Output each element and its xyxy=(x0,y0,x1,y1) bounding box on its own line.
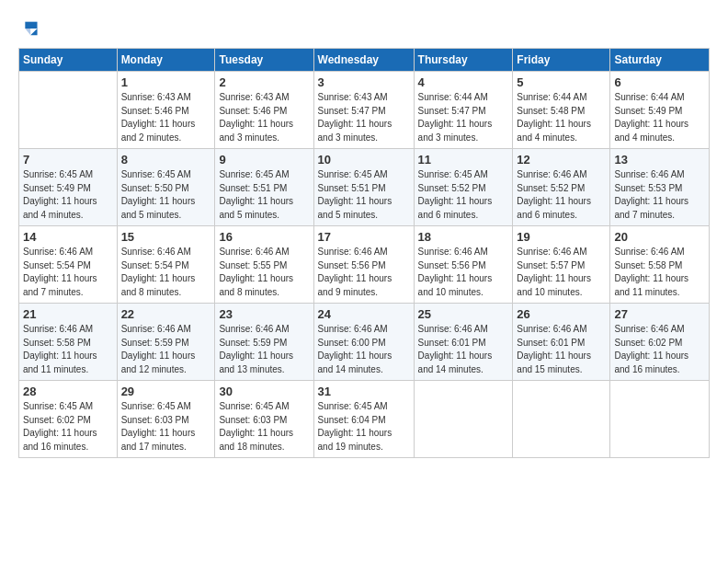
day-info: Sunrise: 6:45 AMSunset: 6:03 PMDaylight:… xyxy=(121,400,211,454)
calendar-cell: 23Sunrise: 6:46 AMSunset: 5:59 PMDayligh… xyxy=(215,304,313,381)
calendar-cell: 27Sunrise: 6:46 AMSunset: 6:02 PMDayligh… xyxy=(610,304,710,381)
day-number: 27 xyxy=(614,307,705,321)
day-number: 5 xyxy=(517,75,606,89)
calendar-cell: 20Sunrise: 6:46 AMSunset: 5:58 PMDayligh… xyxy=(610,226,710,304)
calendar-cell: 5Sunrise: 6:44 AMSunset: 5:48 PMDaylight… xyxy=(513,72,610,149)
weekday-header-row: SundayMondayTuesdayWednesdayThursdayFrid… xyxy=(19,49,710,72)
week-row-1: 1Sunrise: 6:43 AMSunset: 5:46 PMDaylight… xyxy=(19,72,710,149)
day-number: 6 xyxy=(614,75,705,89)
logo xyxy=(18,18,40,39)
weekday-header-saturday: Saturday xyxy=(610,49,710,72)
day-number: 12 xyxy=(517,153,606,167)
day-info: Sunrise: 6:43 AMSunset: 5:46 PMDaylight:… xyxy=(219,91,309,144)
day-number: 2 xyxy=(219,75,309,89)
day-number: 26 xyxy=(517,307,606,321)
day-info: Sunrise: 6:46 AMSunset: 6:01 PMDaylight:… xyxy=(418,323,509,376)
week-row-3: 14Sunrise: 6:46 AMSunset: 5:54 PMDayligh… xyxy=(19,226,710,304)
day-info: Sunrise: 6:43 AMSunset: 5:46 PMDaylight:… xyxy=(121,91,211,144)
day-number: 18 xyxy=(418,230,509,244)
week-row-5: 28Sunrise: 6:45 AMSunset: 6:02 PMDayligh… xyxy=(19,381,710,458)
calendar-cell: 24Sunrise: 6:46 AMSunset: 6:00 PMDayligh… xyxy=(313,304,414,381)
calendar-cell: 28Sunrise: 6:45 AMSunset: 6:02 PMDayligh… xyxy=(19,381,118,458)
day-number: 20 xyxy=(614,230,705,244)
calendar-cell xyxy=(414,381,513,458)
day-number: 8 xyxy=(121,153,211,167)
day-info: Sunrise: 6:45 AMSunset: 5:51 PMDaylight:… xyxy=(219,168,309,222)
calendar-cell: 14Sunrise: 6:46 AMSunset: 5:54 PMDayligh… xyxy=(19,226,118,304)
day-number: 23 xyxy=(219,307,309,321)
day-number: 13 xyxy=(614,153,705,167)
day-info: Sunrise: 6:44 AMSunset: 5:48 PMDaylight:… xyxy=(517,91,606,144)
day-info: Sunrise: 6:46 AMSunset: 5:58 PMDaylight:… xyxy=(23,323,113,376)
calendar-cell: 10Sunrise: 6:45 AMSunset: 5:51 PMDayligh… xyxy=(313,149,414,226)
day-number: 15 xyxy=(121,230,211,244)
day-number: 24 xyxy=(318,307,410,321)
day-number: 28 xyxy=(23,385,113,398)
day-info: Sunrise: 6:45 AMSunset: 6:04 PMDaylight:… xyxy=(318,400,410,454)
header xyxy=(18,18,710,39)
calendar-cell: 25Sunrise: 6:46 AMSunset: 6:01 PMDayligh… xyxy=(414,304,513,381)
day-info: Sunrise: 6:45 AMSunset: 5:49 PMDaylight:… xyxy=(23,168,113,222)
calendar-cell: 8Sunrise: 6:45 AMSunset: 5:50 PMDaylight… xyxy=(117,149,215,226)
day-number: 16 xyxy=(219,230,309,244)
calendar-cell: 19Sunrise: 6:46 AMSunset: 5:57 PMDayligh… xyxy=(513,226,610,304)
logo-icon xyxy=(18,18,39,39)
week-row-4: 21Sunrise: 6:46 AMSunset: 5:58 PMDayligh… xyxy=(19,304,710,381)
calendar-cell: 16Sunrise: 6:46 AMSunset: 5:55 PMDayligh… xyxy=(215,226,313,304)
svg-marker-0 xyxy=(25,22,37,29)
weekday-header-sunday: Sunday xyxy=(19,49,118,72)
day-number: 30 xyxy=(219,385,309,398)
day-info: Sunrise: 6:45 AMSunset: 5:50 PMDaylight:… xyxy=(121,168,211,222)
day-number: 7 xyxy=(23,153,113,167)
svg-marker-1 xyxy=(30,29,37,35)
weekday-header-monday: Monday xyxy=(117,49,215,72)
calendar-cell: 30Sunrise: 6:45 AMSunset: 6:03 PMDayligh… xyxy=(215,381,313,458)
calendar-cell: 18Sunrise: 6:46 AMSunset: 5:56 PMDayligh… xyxy=(414,226,513,304)
calendar-cell: 21Sunrise: 6:46 AMSunset: 5:58 PMDayligh… xyxy=(19,304,118,381)
calendar-cell: 13Sunrise: 6:46 AMSunset: 5:53 PMDayligh… xyxy=(610,149,710,226)
calendar-cell: 31Sunrise: 6:45 AMSunset: 6:04 PMDayligh… xyxy=(313,381,414,458)
calendar-cell: 29Sunrise: 6:45 AMSunset: 6:03 PMDayligh… xyxy=(117,381,215,458)
calendar-cell: 17Sunrise: 6:46 AMSunset: 5:56 PMDayligh… xyxy=(313,226,414,304)
day-info: Sunrise: 6:46 AMSunset: 5:59 PMDaylight:… xyxy=(121,323,211,376)
day-number: 31 xyxy=(318,385,410,398)
weekday-header-thursday: Thursday xyxy=(414,49,513,72)
calendar-cell: 22Sunrise: 6:46 AMSunset: 5:59 PMDayligh… xyxy=(117,304,215,381)
day-number: 19 xyxy=(517,230,606,244)
weekday-header-tuesday: Tuesday xyxy=(215,49,313,72)
day-info: Sunrise: 6:46 AMSunset: 5:57 PMDaylight:… xyxy=(517,246,606,299)
calendar-cell: 26Sunrise: 6:46 AMSunset: 6:01 PMDayligh… xyxy=(513,304,610,381)
calendar-cell: 6Sunrise: 6:44 AMSunset: 5:49 PMDaylight… xyxy=(610,72,710,149)
calendar-cell xyxy=(610,381,710,458)
calendar-cell: 9Sunrise: 6:45 AMSunset: 5:51 PMDaylight… xyxy=(215,149,313,226)
day-info: Sunrise: 6:45 AMSunset: 6:02 PMDaylight:… xyxy=(23,400,113,454)
calendar-cell: 2Sunrise: 6:43 AMSunset: 5:46 PMDaylight… xyxy=(215,72,313,149)
day-number: 21 xyxy=(23,307,113,321)
calendar-cell: 7Sunrise: 6:45 AMSunset: 5:49 PMDaylight… xyxy=(19,149,118,226)
day-info: Sunrise: 6:46 AMSunset: 5:54 PMDaylight:… xyxy=(23,246,113,299)
svg-marker-2 xyxy=(25,29,30,35)
day-info: Sunrise: 6:43 AMSunset: 5:47 PMDaylight:… xyxy=(318,91,410,144)
weekday-header-friday: Friday xyxy=(513,49,610,72)
day-info: Sunrise: 6:46 AMSunset: 5:58 PMDaylight:… xyxy=(614,246,705,299)
calendar-cell xyxy=(19,72,118,149)
calendar-cell: 11Sunrise: 6:45 AMSunset: 5:52 PMDayligh… xyxy=(414,149,513,226)
day-info: Sunrise: 6:46 AMSunset: 6:01 PMDaylight:… xyxy=(517,323,606,376)
day-info: Sunrise: 6:46 AMSunset: 5:55 PMDaylight:… xyxy=(219,246,309,299)
day-number: 29 xyxy=(121,385,211,398)
calendar-cell: 3Sunrise: 6:43 AMSunset: 5:47 PMDaylight… xyxy=(313,72,414,149)
day-number: 22 xyxy=(121,307,211,321)
calendar-table: SundayMondayTuesdayWednesdayThursdayFrid… xyxy=(18,48,710,458)
day-info: Sunrise: 6:45 AMSunset: 5:51 PMDaylight:… xyxy=(318,168,410,222)
day-info: Sunrise: 6:46 AMSunset: 6:02 PMDaylight:… xyxy=(614,323,705,376)
day-info: Sunrise: 6:45 AMSunset: 5:52 PMDaylight:… xyxy=(418,168,509,222)
calendar-cell: 1Sunrise: 6:43 AMSunset: 5:46 PMDaylight… xyxy=(117,72,215,149)
day-info: Sunrise: 6:46 AMSunset: 5:56 PMDaylight:… xyxy=(418,246,509,299)
day-info: Sunrise: 6:46 AMSunset: 5:56 PMDaylight:… xyxy=(318,246,410,299)
day-info: Sunrise: 6:45 AMSunset: 6:03 PMDaylight:… xyxy=(219,400,309,454)
weekday-header-wednesday: Wednesday xyxy=(313,49,414,72)
day-number: 9 xyxy=(219,153,309,167)
day-info: Sunrise: 6:46 AMSunset: 5:59 PMDaylight:… xyxy=(219,323,309,376)
day-number: 17 xyxy=(318,230,410,244)
day-number: 10 xyxy=(318,153,410,167)
